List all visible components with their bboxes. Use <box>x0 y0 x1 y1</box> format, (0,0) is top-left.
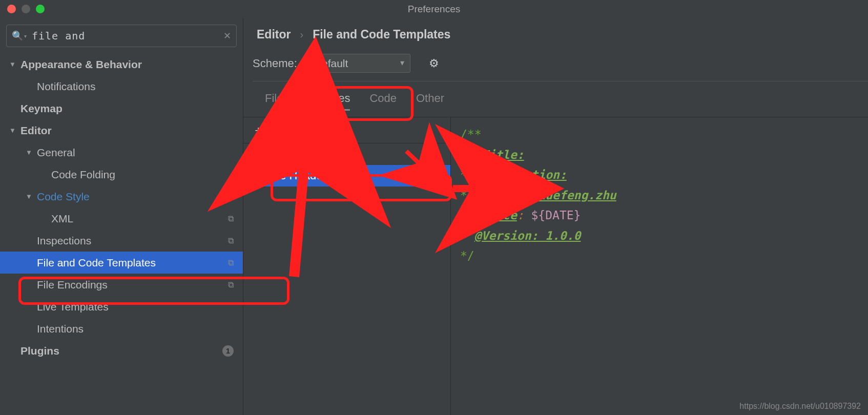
chevron-right-icon: › <box>300 29 303 40</box>
sidebar-item[interactable]: ▼Editor <box>0 119 243 141</box>
scheme-label: Scheme: <box>253 57 297 70</box>
window-title: Preferences <box>408 4 460 15</box>
scheme-select[interactable]: Default <box>306 54 410 73</box>
tab-files[interactable]: Files <box>265 92 288 111</box>
titlebar: Preferences <box>0 0 868 18</box>
sidebar-item[interactable]: File and Code Templates⧉ <box>0 252 243 274</box>
list-toolbar: ＋ － ⧉ ↶ <box>243 117 450 143</box>
breadcrumb: Editor › File and Code Templates <box>243 18 868 51</box>
minimize-icon[interactable] <box>22 5 30 13</box>
settings-tree: ▼Appearance & BehaviorNotificationsKeyma… <box>0 53 243 415</box>
template-editor[interactable]: /** * @Title: * @Description: * @Author:… <box>451 117 868 415</box>
sidebar-item[interactable]: Code Folding <box>0 163 243 185</box>
tab-bar: FilesIncludesCodeOther <box>243 81 868 117</box>
add-button[interactable]: ＋ <box>253 122 264 138</box>
sidebar-item[interactable]: ▼General <box>0 141 243 163</box>
sidebar-item[interactable]: Live Templates <box>0 296 243 318</box>
copy-icon: ⧉ <box>228 192 234 201</box>
sidebar-item[interactable]: Plugins1 <box>0 340 243 362</box>
list-item[interactable]: File Header <box>243 143 450 165</box>
search-box[interactable]: 🔍 ▾ ✕ <box>6 25 237 47</box>
watermark: https://blog.csdn.net/u010897392 <box>739 402 861 411</box>
gear-icon[interactable]: ⚙ <box>429 57 439 70</box>
file-icon <box>251 171 262 180</box>
breadcrumb-root[interactable]: Editor <box>257 28 291 42</box>
scheme-row: Scheme: Default ⚙ <box>243 51 868 81</box>
file-icon <box>251 150 262 159</box>
copy-icon: ⧉ <box>228 214 234 223</box>
maximize-icon[interactable] <box>36 5 45 13</box>
content-panel: Editor › File and Code Templates Scheme:… <box>243 18 868 415</box>
list-item[interactable]: File Header <box>243 165 450 186</box>
close-icon[interactable] <box>7 5 16 13</box>
copy-icon: ⧉ <box>228 258 234 267</box>
sidebar-item[interactable]: Inspections⧉ <box>0 230 243 252</box>
sidebar-item[interactable]: XML⧉ <box>0 208 243 230</box>
sidebar-item[interactable]: ▼Code Style⧉ <box>0 185 243 208</box>
sidebar-item[interactable]: Keymap <box>0 97 243 119</box>
remove-button[interactable]: － <box>279 122 291 138</box>
sidebar-item[interactable]: Intentions <box>0 318 243 340</box>
chevron-down-icon[interactable]: ▾ <box>24 33 27 39</box>
copy-button[interactable]: ⧉ <box>306 123 314 137</box>
copy-icon: ⧉ <box>228 280 234 289</box>
sidebar-item[interactable]: ▼Appearance & Behavior <box>0 53 243 75</box>
window-controls <box>7 5 45 13</box>
search-input[interactable] <box>29 30 223 42</box>
tab-other[interactable]: Other <box>416 92 444 111</box>
copy-icon: ⧉ <box>228 236 234 245</box>
template-list-pane: ＋ － ⧉ ↶ File HeaderFile Header <box>243 117 451 415</box>
breadcrumb-page: File and Code Templates <box>313 28 450 42</box>
tab-code[interactable]: Code <box>369 92 397 111</box>
template-list: File HeaderFile Header <box>243 143 450 186</box>
badge: 1 <box>222 345 234 357</box>
sidebar: 🔍 ▾ ✕ ▼Appearance & BehaviorNotification… <box>0 18 243 415</box>
clear-icon[interactable]: ✕ <box>223 30 231 42</box>
tab-includes[interactable]: Includes <box>308 92 350 111</box>
sidebar-item[interactable]: Notifications <box>0 75 243 97</box>
sidebar-item[interactable]: File Encodings⧉ <box>0 274 243 296</box>
undo-button[interactable]: ↶ <box>329 123 339 137</box>
search-icon: 🔍 <box>12 30 23 42</box>
